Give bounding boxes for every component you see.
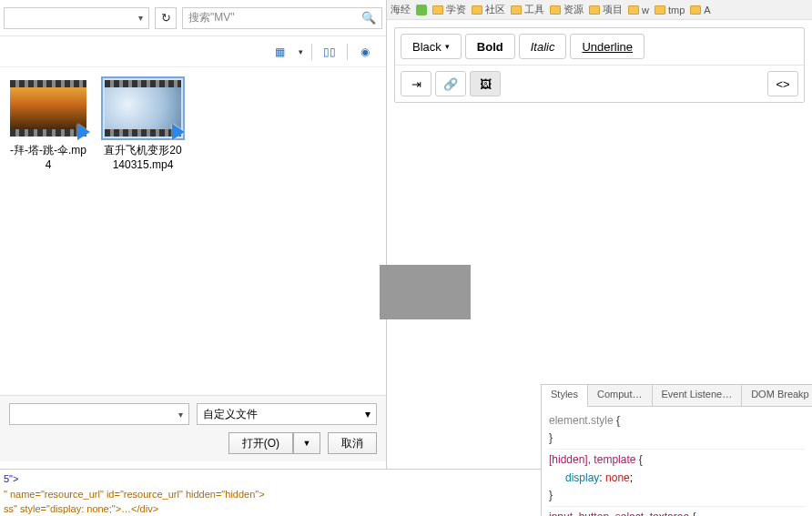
folder-icon	[690, 5, 701, 15]
folder-icon	[628, 5, 639, 15]
tab-event-listeners[interactable]: Event Listene…	[653, 385, 743, 406]
editor-panel: Black▾ Bold Italic Underline ⇥ 🔗 🖼 <>	[387, 20, 812, 265]
file-open-dialog: ▾ ↻ 搜索"MV" 🔍 ▦ ▾ ▯▯ ◉ -拜-塔-跳-伞.mp4 直升飞机变…	[0, 0, 386, 516]
indent-icon: ⇥	[411, 77, 421, 91]
chevron-down-icon: ▾	[365, 408, 370, 420]
file-list: -拜-塔-跳-伞.mp4 直升飞机变形20140315.mp4	[0, 67, 386, 386]
bookmark-item[interactable]: 工具	[511, 3, 544, 16]
folder-icon	[432, 5, 443, 15]
text-color-button[interactable]: Black▾	[401, 34, 462, 59]
file-label: -拜-塔-跳-伞.mp4	[7, 144, 89, 172]
bookmark-item[interactable]: tmp	[655, 5, 685, 15]
tab-computed[interactable]: Comput…	[588, 385, 653, 406]
play-icon	[172, 124, 185, 140]
preview-block	[380, 265, 471, 319]
chevron-down-icon: ▾	[445, 42, 450, 51]
link-button[interactable]: 🔗	[435, 71, 466, 96]
play-icon	[77, 124, 90, 140]
bookmark-item[interactable]: 海经	[391, 3, 411, 16]
view-dropdown-chevron[interactable]: ▾	[295, 42, 306, 62]
link-icon: 🔗	[443, 77, 458, 91]
dialog-toolbar: ▾ ↻ 搜索"MV" 🔍	[0, 0, 386, 36]
refresh-button[interactable]: ↻	[155, 7, 177, 29]
folder-icon	[550, 5, 561, 15]
file-label: 直升飞机变形20140315.mp4	[102, 144, 184, 172]
separator	[347, 44, 348, 60]
folder-icon	[472, 5, 482, 15]
tab-styles[interactable]: Styles	[542, 385, 588, 407]
folder-icon	[511, 5, 522, 15]
help-button[interactable]: ◉	[353, 42, 377, 62]
file-item[interactable]: 直升飞机变形20140315.mp4	[102, 78, 184, 375]
filetype-select[interactable]: 自定义文件 ▾	[197, 403, 377, 425]
bookmark-item[interactable]: 项目	[589, 3, 623, 16]
view-toolbar: ▦ ▾ ▯▯ ◉	[0, 36, 386, 67]
underline-button[interactable]: Underline	[570, 34, 645, 59]
view-thumbnails-button[interactable]: ▦	[268, 42, 291, 62]
search-icon: 🔍	[361, 11, 376, 25]
image-button[interactable]: 🖼	[470, 71, 501, 96]
evernote-icon	[416, 5, 427, 15]
image-icon: 🖼	[480, 77, 492, 91]
search-placeholder: 搜索"MV"	[188, 10, 235, 25]
tab-dom-breakpoints[interactable]: DOM Breakp	[742, 385, 812, 406]
filetype-label: 自定义文件	[203, 407, 258, 422]
editor-content[interactable]	[394, 103, 805, 258]
code-view-button[interactable]: <>	[767, 71, 798, 96]
bookmark-item[interactable]: A	[690, 5, 710, 15]
bookmark-item[interactable]: 学资	[432, 3, 466, 16]
bookmark-item[interactable]	[416, 5, 427, 15]
code-icon: <>	[776, 77, 789, 91]
devtools-tabs: Styles Comput… Event Listene… DOM Breakp	[542, 385, 812, 407]
bookmark-item[interactable]: w	[628, 5, 649, 15]
video-thumbnail	[10, 80, 86, 137]
indent-button[interactable]: ⇥	[401, 71, 431, 96]
open-button[interactable]: 打开(O) ▼	[228, 432, 320, 454]
video-thumbnail	[105, 80, 181, 137]
editor-toolbar: Black▾ Bold Italic Underline ⇥ 🔗 🖼 <>	[394, 27, 805, 103]
open-dropdown-arrow[interactable]: ▼	[293, 432, 320, 454]
path-dropdown[interactable]: ▾	[4, 7, 149, 29]
separator	[311, 44, 312, 60]
search-input[interactable]: 搜索"MV" 🔍	[182, 7, 382, 29]
refresh-icon: ↻	[161, 11, 171, 25]
dialog-footer: ▾ 自定义文件 ▾ 打开(O) ▼ 取消	[0, 395, 386, 461]
chevron-down-icon: ▾	[138, 13, 143, 23]
folder-icon	[589, 5, 600, 15]
bookmarks-bar: 海经 学资 社区 工具 资源 项目 w tmp A	[387, 0, 812, 20]
bookmark-item[interactable]: 资源	[550, 3, 584, 16]
bookmark-item[interactable]: 社区	[472, 3, 505, 16]
filename-input[interactable]: ▾	[9, 403, 189, 425]
folder-icon	[655, 5, 665, 15]
chevron-down-icon: ▾	[178, 410, 183, 420]
cancel-button[interactable]: 取消	[328, 432, 377, 454]
italic-button[interactable]: Italic	[519, 34, 567, 59]
bold-button[interactable]: Bold	[465, 34, 515, 59]
devtools-panel: Styles Comput… Event Listene… DOM Breakp…	[541, 384, 812, 516]
view-details-button[interactable]: ▯▯	[318, 42, 341, 62]
elements-source[interactable]: 5"> " name="resource_url" id="resource_u…	[0, 469, 541, 516]
file-item[interactable]: -拜-塔-跳-伞.mp4	[7, 78, 89, 375]
styles-pane[interactable]: element.style {} [hidden], template {dis…	[542, 407, 812, 516]
